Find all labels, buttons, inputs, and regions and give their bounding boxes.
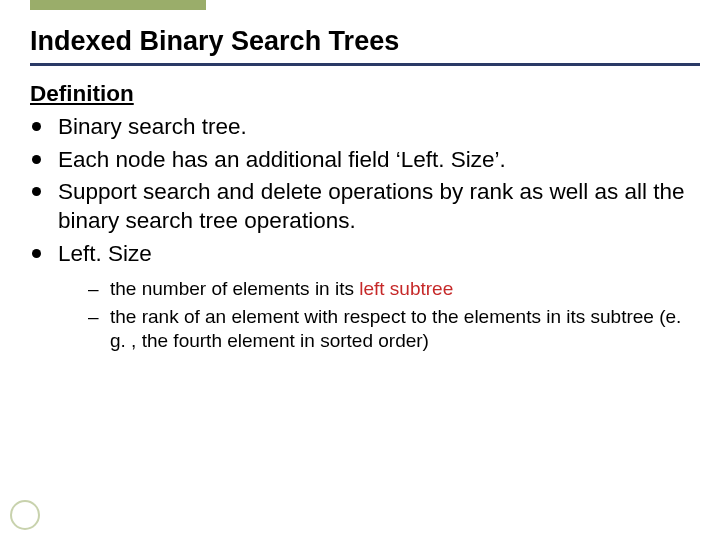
page-marker-icon	[10, 500, 40, 530]
slide: Indexed Binary Search Trees Definition B…	[0, 0, 720, 540]
slide-header: Indexed Binary Search Trees	[0, 0, 720, 66]
bullet-text: Each node has an additional field ‘Left.…	[58, 147, 506, 172]
slide-title: Indexed Binary Search Trees	[30, 18, 700, 66]
list-item: Support search and delete operations by …	[30, 178, 690, 236]
dash-icon: –	[88, 305, 99, 329]
sub-bullet-text: the rank of an element with respect to t…	[110, 306, 681, 351]
list-item: Each node has an additional field ‘Left.…	[30, 146, 690, 175]
bullet-text: Support search and delete operations by …	[58, 179, 685, 233]
list-item: – the rank of an element with respect to…	[88, 305, 690, 354]
section-heading: Definition	[30, 80, 690, 109]
accent-box	[30, 0, 206, 10]
sub-bullet-list: – the number of elements in its left sub…	[58, 277, 690, 354]
sub-bullet-prefix: the number of elements in its	[110, 278, 359, 299]
list-item: Left. Size – the number of elements in i…	[30, 240, 690, 354]
bullet-icon	[32, 249, 41, 258]
bullet-icon	[32, 122, 41, 131]
slide-content: Definition Binary search tree. Each node…	[0, 66, 720, 354]
sub-bullet-text: the number of elements in its left subtr…	[110, 278, 453, 299]
bullet-icon	[32, 155, 41, 164]
dash-icon: –	[88, 277, 99, 301]
list-item: – the number of elements in its left sub…	[88, 277, 690, 301]
bullet-icon	[32, 187, 41, 196]
highlight-text: left subtree	[359, 278, 453, 299]
bullet-text: Binary search tree.	[58, 114, 247, 139]
bullet-text: Left. Size	[58, 241, 152, 266]
list-item: Binary search tree.	[30, 113, 690, 142]
bullet-list: Binary search tree. Each node has an add…	[30, 113, 690, 354]
